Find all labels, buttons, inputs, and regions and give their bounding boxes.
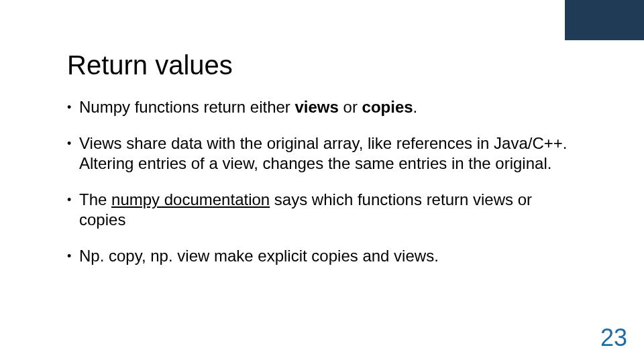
bullet-1: Numpy functions return either views or c… [67, 97, 577, 117]
slide-body: Return values Numpy functions return eit… [0, 0, 644, 362]
numpy-documentation-link[interactable]: numpy documentation [111, 190, 270, 208]
page-number: 23 [600, 324, 627, 352]
bullet-2-text: Views share data with the original array… [79, 134, 567, 172]
bullet-1-text-pre: Numpy functions return either [79, 98, 294, 116]
bullet-1-text-post: . [413, 98, 418, 116]
bullet-1-text-mid: or [339, 98, 362, 116]
bullet-list: Numpy functions return either views or c… [67, 97, 577, 266]
bullet-1-bold-views: views [294, 98, 338, 116]
bullet-3-text-pre: The [79, 190, 111, 208]
slide-title: Return values [67, 50, 577, 80]
bullet-4: Np. copy, np. view make explicit copies … [67, 246, 577, 266]
bullet-1-bold-copies: copies [362, 98, 413, 116]
bullet-4-text: Np. copy, np. view make explicit copies … [79, 247, 439, 265]
bullet-2: Views share data with the original array… [67, 133, 577, 174]
bullet-3: The numpy documentation says which funct… [67, 190, 577, 230]
